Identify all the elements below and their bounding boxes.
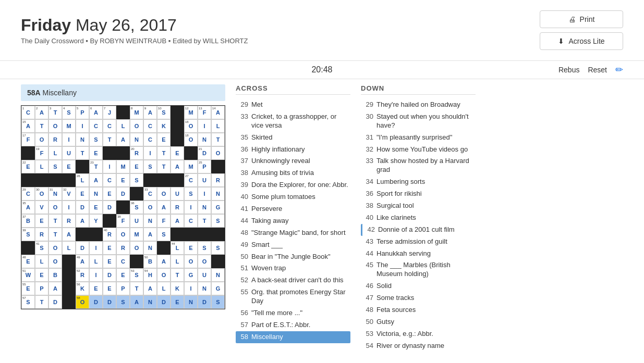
grid-cell[interactable] (171, 228, 184, 241)
grid-cell[interactable]: L (35, 160, 48, 173)
across-clue-item[interactable]: 38Amusing bits of trivia (236, 167, 350, 179)
grid-cell[interactable]: I (76, 119, 89, 133)
grid-cell[interactable]: E (62, 160, 76, 173)
grid-cell[interactable] (171, 133, 184, 146)
grid-cell[interactable]: 8M (130, 106, 143, 119)
grid-cell[interactable]: 31N (48, 187, 62, 201)
across-clue-item[interactable]: 55Org. that promotes Energy Star Day (236, 286, 350, 307)
grid-cell[interactable]: 26L (76, 173, 89, 187)
grid-cell[interactable] (62, 173, 76, 187)
grid-cell[interactable]: T (48, 228, 62, 241)
grid-cell[interactable]: 5P (76, 106, 89, 119)
grid-cell[interactable]: L (48, 146, 62, 160)
grid-cell[interactable]: 13F (198, 106, 211, 119)
grid-cell[interactable]: K (157, 119, 171, 133)
grid-cell[interactable] (62, 282, 76, 295)
grid-cell[interactable]: E (89, 201, 103, 214)
grid-cell[interactable]: E (89, 282, 103, 295)
grid-cell[interactable]: 4S (62, 106, 76, 119)
grid-cell[interactable] (184, 228, 198, 241)
across-clue-item[interactable]: 49Smart ___ (236, 239, 350, 251)
across-clue-item[interactable]: 39Dora the Explorer, for one: Abbr. (236, 179, 350, 191)
down-clue-item[interactable]: 42Donnie of a 2001 cult film (361, 224, 476, 236)
grid-cell[interactable]: 2A (35, 106, 48, 119)
grid-cell[interactable]: 23T (89, 160, 103, 173)
grid-cell[interactable]: C (143, 119, 157, 133)
down-clue-item[interactable]: 31"I'm pleasantly surprised" (361, 132, 476, 144)
grid-cell[interactable]: T (130, 282, 143, 295)
grid-cell[interactable]: 3T (48, 106, 62, 119)
grid-cell[interactable]: I (62, 133, 76, 146)
down-clue-item[interactable]: 47Some tracks (361, 292, 476, 304)
grid-cell[interactable]: E (103, 282, 116, 295)
across-clue-item[interactable]: 56"Tell me more ..." (236, 307, 350, 319)
grid-cell[interactable]: O (48, 119, 62, 133)
grid-cell[interactable]: V (35, 201, 48, 214)
grid-cell[interactable] (116, 106, 130, 119)
grid-cell[interactable]: A (171, 160, 184, 173)
across-lite-button[interactable]: ⬇ Across Lite (540, 32, 623, 50)
grid-cell[interactable]: 54H (143, 268, 157, 282)
grid-cell[interactable]: A (116, 133, 130, 146)
grid-cell[interactable]: E (171, 146, 184, 160)
grid-cell[interactable]: R (211, 173, 225, 187)
grid-cell[interactable]: T (35, 295, 48, 309)
grid-cell[interactable]: 18O (184, 133, 198, 146)
grid-cell[interactable]: N (211, 268, 225, 282)
grid-cell[interactable]: C (184, 214, 198, 228)
grid-cell[interactable]: E (103, 187, 116, 201)
grid-cell[interactable]: O (143, 201, 157, 214)
grid-cell[interactable]: L (116, 119, 130, 133)
grid-cell[interactable]: S (48, 160, 62, 173)
grid-cell[interactable]: K (171, 282, 184, 295)
grid-cell[interactable]: S (184, 187, 198, 201)
across-clue-item[interactable]: 48"Strange Magic" band, for short (236, 227, 350, 239)
grid-cell[interactable]: D (116, 187, 130, 201)
grid-cell[interactable]: 49A (76, 255, 89, 268)
grid-cell[interactable]: 39S (21, 228, 35, 241)
grid-cell[interactable]: G (184, 268, 198, 282)
grid-cell[interactable]: 51W (21, 268, 35, 282)
grid-cell[interactable] (21, 173, 35, 187)
across-clue-item[interactable]: 33Cricket, to a grasshopper, or vice ver… (236, 111, 350, 132)
grid-cell[interactable]: T (103, 133, 116, 146)
grid-cell[interactable]: 29C (21, 187, 35, 201)
grid-cell[interactable] (48, 173, 62, 187)
grid-cell[interactable] (35, 173, 48, 187)
grid-cell[interactable]: 33C (143, 187, 157, 201)
grid-cell[interactable]: E (103, 241, 116, 255)
grid-cell[interactable]: S (198, 241, 211, 255)
grid-cell[interactable]: S (116, 295, 130, 309)
grid-cell[interactable]: O (184, 255, 198, 268)
down-clue-item[interactable]: 29They're hailed on Broadway (361, 99, 476, 111)
grid-cell[interactable]: D (198, 295, 211, 309)
grid-cell[interactable] (211, 228, 225, 241)
grid-cell[interactable]: I (89, 268, 103, 282)
grid-cell[interactable]: P (35, 282, 48, 295)
grid-cell[interactable]: M (184, 160, 198, 173)
grid-cell[interactable]: D (76, 241, 89, 255)
down-clue-item[interactable]: 38Surgical tool (361, 200, 476, 212)
grid-cell[interactable] (130, 255, 143, 268)
across-clue-item[interactable]: 58Miscellany (236, 331, 350, 343)
grid-cell[interactable]: O (48, 241, 62, 255)
grid-cell[interactable]: 53S (130, 268, 143, 282)
grid-cell[interactable]: O (116, 228, 130, 241)
grid-cell[interactable]: D (89, 295, 103, 309)
grid-cell[interactable]: I (103, 160, 116, 173)
grid-cell[interactable]: 9A (143, 106, 157, 119)
grid-cell[interactable]: E (35, 214, 48, 228)
grid-cell[interactable]: M (62, 119, 76, 133)
grid-cell[interactable] (103, 146, 116, 160)
grid-cell[interactable]: O (35, 133, 48, 146)
grid-cell[interactable] (76, 228, 89, 241)
grid-cell[interactable]: 25P (198, 160, 211, 173)
grid-cell[interactable] (143, 173, 157, 187)
grid-cell[interactable]: A (76, 214, 89, 228)
grid-cell[interactable]: A (143, 228, 157, 241)
grid-cell[interactable]: 44L (171, 241, 184, 255)
grid-cell[interactable]: 37B (21, 214, 35, 228)
down-clue-item[interactable]: 45The ___ Marbles (British Museum holdin… (361, 259, 476, 280)
grid-cell[interactable]: D (103, 268, 116, 282)
down-clue-item[interactable]: 54River or dynasty name (361, 340, 476, 352)
